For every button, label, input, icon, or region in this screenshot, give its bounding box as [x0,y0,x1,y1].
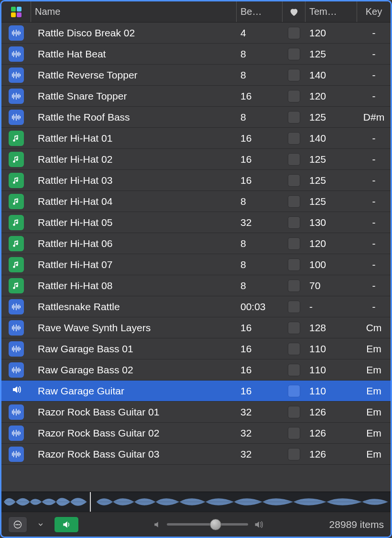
row-beats-cell: 8 [237,44,283,64]
column-header-name-label: Name [35,6,60,17]
row-favorite-cell [283,22,305,43]
favorite-checkbox[interactable] [288,258,300,271]
row-name-cell: Rattle Snare Topper [31,86,237,106]
loop-beats: 16 [240,90,251,102]
table-row[interactable]: Razor Rock Bass Guitar 0132126Em [1,402,391,423]
row-favorite-cell [283,86,305,106]
row-icon-cell [1,254,31,275]
loop-key: Cm [366,322,382,334]
row-beats-cell: 8 [237,275,283,296]
row-beats-cell: 4 [237,22,283,43]
audio-loop-icon [9,46,24,62]
favorite-checkbox[interactable] [288,406,300,418]
loop-beats: 8 [240,259,246,270]
favorite-checkbox[interactable] [288,237,300,250]
favorite-checkbox[interactable] [288,69,300,81]
table-row[interactable]: Rattle Disco Break 024120- [1,22,391,44]
table-row[interactable]: Razor Rock Bass Guitar 0332126Em [1,444,391,465]
playhead[interactable] [90,492,91,512]
loop-list[interactable]: Rattle Disco Break 024120-Rattle Hat Bea… [1,22,391,492]
row-key-cell: Em [357,423,391,443]
row-key-cell: - [357,128,391,148]
table-row[interactable]: Rattler Hi-Hat 078100- [1,254,391,275]
loop-key: - [372,133,376,144]
loop-key: Em [366,448,381,460]
table-row[interactable]: Rattler Hi-Hat 0216125- [1,149,391,170]
favorite-checkbox[interactable] [288,385,300,397]
row-name-cell: Raw Garage Guitar [31,381,237,401]
loop-key: D#m [363,112,384,123]
favorite-checkbox[interactable] [288,90,300,102]
audio-loop-icon [9,362,24,378]
favorite-checkbox[interactable] [288,322,300,334]
favorite-checkbox[interactable] [288,216,300,229]
column-header-key[interactable]: Key [357,1,391,22]
table-row[interactable]: Rattle Hat Beat8125- [1,44,391,65]
table-row[interactable]: Rave Wave Synth Layers16128Cm [1,317,391,338]
row-name-cell: Raw Garage Bass 02 [31,359,237,380]
table-row[interactable]: Raw Garage Bass 0216110Em [1,359,391,381]
row-favorite-cell [283,149,305,169]
audio-loop-icon [9,110,24,125]
favorite-checkbox[interactable] [288,111,300,123]
row-name-cell: Razor Rock Bass Guitar 02 [31,423,237,443]
table-row[interactable]: Rattler Hi-Hat 0116140- [1,128,391,149]
table-row[interactable]: Razor Rock Bass Guitar 0232126Em [1,423,391,444]
loop-beats: 16 [240,133,251,144]
loop-key: - [372,27,376,39]
table-row[interactable]: Rattler Hi-Hat 048125- [1,191,391,212]
row-beats-cell: 16 [237,149,283,169]
row-key-cell: Em [357,338,391,359]
table-row[interactable]: Rattler Hi-Hat 068120- [1,233,391,254]
column-header-name[interactable]: Name [31,1,237,22]
loop-tempo: 100 [309,259,326,270]
favorite-checkbox[interactable] [288,27,300,39]
row-icon-cell [1,359,31,380]
row-name-cell: Raw Garage Bass 01 [31,338,237,359]
favorite-checkbox[interactable] [288,174,300,187]
favorite-checkbox[interactable] [288,301,300,313]
row-favorite-cell [283,296,305,317]
svg-point-88 [19,524,20,525]
table-row[interactable]: Rattlesnake Rattle00:03-- [1,296,391,317]
waveform-preview[interactable] [1,492,391,512]
favorite-checkbox[interactable] [288,153,300,166]
table-row[interactable]: Raw Garage Bass 0116110Em [1,338,391,359]
table-row[interactable]: Rattle Reverse Topper8140- [1,65,391,86]
favorite-checkbox[interactable] [288,48,300,60]
favorite-checkbox[interactable] [288,343,300,355]
table-row[interactable]: Rattler Hi-Hat 0532130- [1,212,391,233]
column-header-favorite[interactable] [283,1,305,22]
more-options-button[interactable] [8,516,27,533]
loop-key: - [372,90,376,102]
loop-tempo: 125 [309,175,326,186]
column-header-tempo[interactable]: Tem… [305,1,357,22]
row-tempo-cell: 128 [305,317,357,338]
column-header-beats[interactable]: Be… [237,1,283,22]
app-menu-button[interactable] [1,1,31,22]
loop-beats: 8 [240,196,246,207]
loop-tempo: 130 [309,217,326,228]
favorite-checkbox[interactable] [288,132,300,145]
table-row[interactable]: Rattle Snare Topper16120- [1,86,391,107]
volume-slider[interactable] [167,523,248,526]
favorite-checkbox[interactable] [288,280,300,292]
table-row[interactable]: Raw Garage Guitar16110Em [1,381,391,402]
loop-tempo: 126 [309,427,326,439]
loop-name: Raw Garage Bass 02 [35,364,133,376]
favorite-checkbox[interactable] [288,195,300,208]
row-name-cell: Rattlesnake Rattle [31,296,237,317]
favorite-checkbox[interactable] [288,448,300,460]
favorite-checkbox[interactable] [288,427,300,439]
preview-play-toggle[interactable] [54,516,79,533]
more-options-dropdown[interactable] [34,516,47,533]
favorite-checkbox[interactable] [288,364,300,376]
table-row[interactable]: Rattler Hi-Hat 08870- [1,275,391,296]
row-name-cell: Rattle the Roof Bass [31,107,237,127]
table-row[interactable]: Rattler Hi-Hat 0316125- [1,170,391,191]
volume-thumb[interactable] [210,519,221,530]
loop-name: Rattle Disco Break 02 [35,27,135,39]
loop-name: Rattler Hi-Hat 02 [35,154,112,165]
row-favorite-cell [283,275,305,296]
table-row[interactable]: Rattle the Roof Bass8125D#m [1,107,391,128]
